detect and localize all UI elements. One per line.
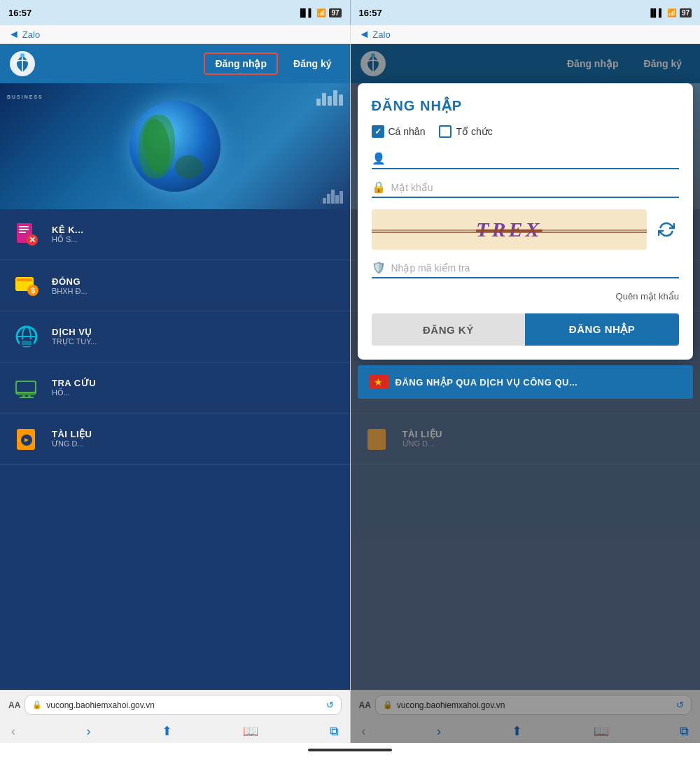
modal-overlay: ĐĂNG NHẬP ✓ Cá nhân Tổ chức <box>351 44 701 743</box>
ke-khai-title: KÊ K... <box>52 225 83 235</box>
status-bar: 16:57 ▐▌▌ 📶 97 16:57 ▐▌▌ 📶 97 <box>0 0 700 25</box>
back-nav-left[interactable]: ‹ <box>11 724 15 739</box>
vietnam-flag-icon: ★ <box>369 375 388 389</box>
register-btn-left[interactable]: Đăng ký <box>284 54 341 73</box>
signal-icon-right: ▐▌▌ <box>648 8 664 17</box>
to-chuc-checkbox[interactable]: Tổ chức <box>439 125 492 138</box>
forward-nav-left[interactable]: › <box>86 724 90 739</box>
zalo-back-left[interactable]: ◄ Zalo <box>8 28 40 41</box>
time-right: 16:57 <box>359 8 382 18</box>
dich-vu-sub: TRỰC TUY... <box>52 337 97 346</box>
tabs-icon-left[interactable]: ⧉ <box>330 724 339 739</box>
dich-vu-icon <box>11 321 42 352</box>
captcha-input-group: 🛡️ <box>372 261 680 278</box>
dich-vu-title: DỊCH VỤ <box>52 327 97 337</box>
status-icons-right: ▐▌▌ 📶 97 <box>648 8 692 17</box>
modal-buttons: ĐĂNG KÝ ĐĂNG NHẬP <box>372 313 680 346</box>
modal-checkbox-row: ✓ Cá nhân Tổ chức <box>372 125 680 138</box>
phone-right: Đăng nhập Đăng ký KÊ K... HỒ S... <box>351 44 701 743</box>
ca-nhan-box: ✓ <box>372 125 384 138</box>
aa-text-left[interactable]: AA <box>8 700 20 710</box>
bookmark-icon-left[interactable]: 📖 <box>243 723 258 739</box>
modal-register-btn[interactable]: ĐĂNG KÝ <box>372 313 526 346</box>
url-text-left: vucong.baohiemxahoi.gov.vn <box>46 700 321 710</box>
ca-nhan-check: ✓ <box>374 127 382 136</box>
login-modal: ĐĂNG NHẬP ✓ Cá nhân Tổ chức <box>358 83 694 360</box>
zalo-back-right[interactable]: ◄ Zalo <box>359 28 391 41</box>
hero-text-business: BUSINESS <box>7 94 43 99</box>
svg-rect-19 <box>18 393 35 395</box>
password-group: 🔒 <box>372 181 680 198</box>
zalo-label-left: Zalo <box>22 29 40 40</box>
tai-lieu-title: TÀI LIỆU <box>52 429 92 439</box>
tra-cuu-icon <box>11 372 42 403</box>
hero-left: BUSINESS <box>0 83 350 209</box>
svg-rect-9 <box>17 278 32 281</box>
svg-rect-5 <box>19 232 26 233</box>
app-logo-left <box>8 50 36 78</box>
tai-lieu-sub: ỨNG D... <box>52 439 92 448</box>
to-chuc-label: Tổ chức <box>456 126 492 137</box>
url-bar-left: AA 🔒 vucong.baohiemxahoi.gov.vn ↺ <box>0 690 350 719</box>
phone-left: Đăng nhập Đăng ký BUSINESS <box>0 44 350 743</box>
app-header-left: Đăng nhập Đăng ký <box>0 44 350 83</box>
lock-icon-left: 🔒 <box>32 700 42 709</box>
hero-globe <box>130 101 220 192</box>
battery-right: 97 <box>680 8 692 17</box>
status-icons-left: ▐▌▌ 📶 97 <box>298 8 342 17</box>
dong-bhxh-text: ĐÓNG BHXH Đ... <box>52 276 88 295</box>
login-btn-left[interactable]: Đăng nhập <box>204 52 278 75</box>
ca-nhan-checkbox[interactable]: ✓ Cá nhân <box>372 125 426 138</box>
status-bar-right: 16:57 ▐▌▌ 📶 97 <box>351 0 701 25</box>
svg-rect-18 <box>17 382 35 392</box>
ke-khai-text: KÊ K... HỒ S... <box>52 225 83 244</box>
dich-vu-text: DỊCH VỤ TRỰC TUY... <box>52 327 97 346</box>
menu-item-tra-cuu[interactable]: TRA CỨU HỒ... <box>0 362 350 413</box>
lock-input-icon: 🔒 <box>372 181 386 194</box>
forgot-row: Quên mật khẩu <box>372 290 680 302</box>
captcha-image: TREX <box>372 209 648 250</box>
ke-khai-sub: HỒ S... <box>52 235 83 244</box>
svg-text:✕: ✕ <box>29 235 36 245</box>
share-icon-left[interactable]: ⬆ <box>162 723 172 739</box>
signal-icon-left: ▐▌▌ <box>298 8 314 17</box>
status-bar-left: 16:57 ▐▌▌ 📶 97 <box>0 0 350 25</box>
menu-item-dong-bhxh[interactable]: $ ĐÓNG BHXH Đ... <box>0 260 350 311</box>
username-group: 👤 <box>372 152 680 169</box>
tra-cuu-text: TRA CỨU HỒ... <box>52 378 96 397</box>
captcha-refresh-btn[interactable] <box>654 217 679 242</box>
forgot-link[interactable]: Quên mật khẩu <box>616 291 679 302</box>
menu-item-ke-khai[interactable]: ✕ KÊ K... HỒ S... <box>0 209 350 260</box>
tra-cuu-sub: HỒ... <box>52 388 96 397</box>
svg-text:$: $ <box>31 286 35 295</box>
menu-item-tai-lieu[interactable]: TÀI LIỆU ỨNG D... <box>0 413 350 465</box>
username-input[interactable] <box>391 153 680 164</box>
svg-point-1 <box>20 53 24 57</box>
wifi-icon-right: 📶 <box>667 8 677 17</box>
svg-rect-4 <box>19 229 29 230</box>
tai-lieu-text: TÀI LIỆU ỨNG D... <box>52 429 92 448</box>
wifi-icon-left: 📶 <box>316 8 326 17</box>
user-icon: 👤 <box>372 152 386 165</box>
svg-rect-3 <box>19 226 29 227</box>
shield-icon: 🛡️ <box>372 261 386 274</box>
url-input-left[interactable]: 🔒 vucong.baohiemxahoi.gov.vn ↺ <box>24 695 341 715</box>
menu-left: ✕ KÊ K... HỒ S... $ <box>0 209 350 690</box>
to-chuc-box <box>439 125 451 138</box>
reload-icon-left[interactable]: ↺ <box>326 700 334 710</box>
time-left: 16:57 <box>8 8 31 18</box>
dong-bhxh-icon: $ <box>11 270 42 301</box>
captcha-row: TREX <box>372 209 680 250</box>
back-arrow-right: ◄ <box>359 28 370 41</box>
ke-khai-icon: ✕ <box>11 219 42 250</box>
zalo-label-right: Zalo <box>372 29 390 40</box>
public-service-btn[interactable]: ★ ĐĂNG NHẬP QUA DỊCH VỤ CÔNG QU... <box>358 365 694 399</box>
password-input[interactable] <box>391 182 680 193</box>
menu-item-dich-vu[interactable]: DỊCH VỤ TRỰC TUY... <box>0 311 350 362</box>
dong-bhxh-title: ĐÓNG <box>52 276 88 287</box>
captcha-text: TREX <box>476 218 542 241</box>
hero-bars <box>316 90 343 106</box>
modal-title: ĐĂNG NHẬP <box>372 97 680 114</box>
captcha-input[interactable] <box>391 262 680 274</box>
modal-login-btn[interactable]: ĐĂNG NHẬP <box>525 313 679 346</box>
